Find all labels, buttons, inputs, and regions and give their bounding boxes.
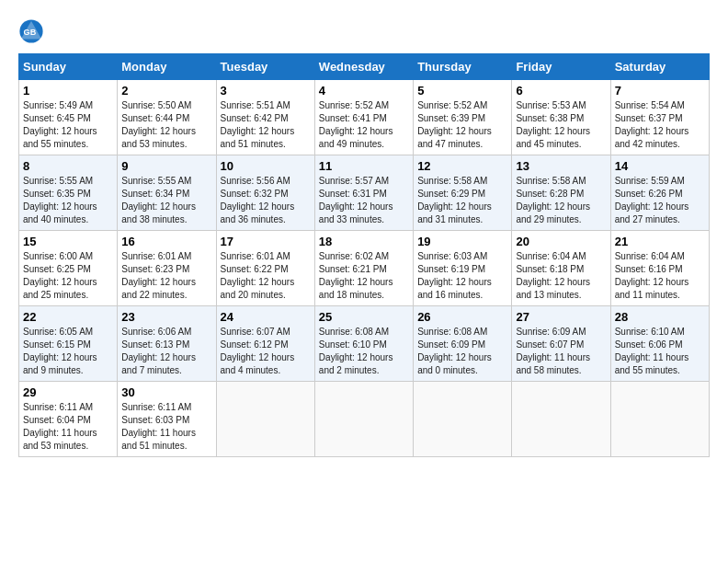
day-number: 15 bbox=[23, 235, 113, 248]
day-number: 17 bbox=[221, 235, 311, 248]
weekday-header-row: SundayMondayTuesdayWednesdayThursdayFrid… bbox=[19, 54, 710, 80]
day-number: 26 bbox=[417, 310, 507, 324]
day-info: Sunrise: 6:09 AM Sunset: 6:07 PM Dayligh… bbox=[516, 326, 606, 377]
day-info: Sunrise: 6:02 AM Sunset: 6:21 PM Dayligh… bbox=[319, 250, 409, 302]
day-info: Sunrise: 6:01 AM Sunset: 6:23 PM Dayligh… bbox=[121, 250, 211, 302]
calendar-cell: 17Sunrise: 6:01 AM Sunset: 6:22 PM Dayli… bbox=[216, 231, 314, 306]
calendar-week-row: 1Sunrise: 5:49 AM Sunset: 6:45 PM Daylig… bbox=[19, 80, 710, 155]
day-number: 5 bbox=[417, 84, 507, 98]
day-number: 27 bbox=[516, 310, 606, 324]
calendar-cell: 3Sunrise: 5:51 AM Sunset: 6:42 PM Daylig… bbox=[216, 80, 314, 155]
day-info: Sunrise: 6:08 AM Sunset: 6:09 PM Dayligh… bbox=[417, 326, 507, 377]
calendar-cell bbox=[512, 382, 610, 457]
day-info: Sunrise: 5:59 AM Sunset: 6:26 PM Dayligh… bbox=[615, 175, 705, 226]
calendar-cell: 19Sunrise: 6:03 AM Sunset: 6:19 PM Dayli… bbox=[414, 231, 512, 306]
weekday-header-wednesday: Wednesday bbox=[314, 54, 413, 80]
day-number: 3 bbox=[221, 84, 311, 98]
calendar-cell: 9Sunrise: 5:55 AM Sunset: 6:34 PM Daylig… bbox=[118, 155, 216, 231]
day-number: 13 bbox=[516, 159, 606, 173]
calendar-cell bbox=[610, 382, 709, 457]
day-number: 2 bbox=[121, 84, 211, 98]
day-info: Sunrise: 6:11 AM Sunset: 6:04 PM Dayligh… bbox=[23, 401, 113, 453]
calendar-table: SundayMondayTuesdayWednesdayThursdayFrid… bbox=[18, 53, 710, 457]
day-info: Sunrise: 5:54 AM Sunset: 6:37 PM Dayligh… bbox=[615, 99, 705, 151]
day-info: Sunrise: 5:56 AM Sunset: 6:32 PM Dayligh… bbox=[221, 175, 311, 226]
calendar-cell: 20Sunrise: 6:04 AM Sunset: 6:18 PM Dayli… bbox=[512, 231, 610, 306]
day-info: Sunrise: 6:10 AM Sunset: 6:06 PM Dayligh… bbox=[615, 326, 705, 377]
day-info: Sunrise: 6:01 AM Sunset: 6:22 PM Dayligh… bbox=[221, 250, 311, 302]
calendar-cell: 13Sunrise: 5:58 AM Sunset: 6:28 PM Dayli… bbox=[512, 155, 610, 231]
calendar-cell: 21Sunrise: 6:04 AM Sunset: 6:16 PM Dayli… bbox=[610, 231, 709, 306]
calendar-cell: 23Sunrise: 6:06 AM Sunset: 6:13 PM Dayli… bbox=[118, 306, 216, 382]
calendar-cell: 27Sunrise: 6:09 AM Sunset: 6:07 PM Dayli… bbox=[512, 306, 610, 382]
day-number: 18 bbox=[319, 235, 409, 248]
calendar-cell bbox=[216, 382, 314, 457]
day-number: 30 bbox=[121, 385, 211, 399]
day-number: 20 bbox=[516, 235, 606, 248]
svg-text:GB: GB bbox=[24, 28, 37, 37]
day-number: 28 bbox=[615, 310, 705, 324]
day-number: 29 bbox=[23, 385, 113, 399]
calendar-week-row: 22Sunrise: 6:05 AM Sunset: 6:15 PM Dayli… bbox=[19, 306, 710, 382]
calendar-cell: 28Sunrise: 6:10 AM Sunset: 6:06 PM Dayli… bbox=[610, 306, 709, 382]
calendar-cell: 24Sunrise: 6:07 AM Sunset: 6:12 PM Dayli… bbox=[216, 306, 314, 382]
day-info: Sunrise: 5:49 AM Sunset: 6:45 PM Dayligh… bbox=[23, 99, 113, 151]
weekday-header-saturday: Saturday bbox=[610, 54, 709, 80]
day-info: Sunrise: 5:58 AM Sunset: 6:29 PM Dayligh… bbox=[417, 175, 507, 226]
calendar-cell: 22Sunrise: 6:05 AM Sunset: 6:15 PM Dayli… bbox=[19, 306, 118, 382]
day-number: 23 bbox=[121, 310, 211, 324]
day-info: Sunrise: 6:05 AM Sunset: 6:15 PM Dayligh… bbox=[23, 326, 113, 377]
calendar-cell: 29Sunrise: 6:11 AM Sunset: 6:04 PM Dayli… bbox=[19, 382, 118, 457]
calendar-cell: 6Sunrise: 5:53 AM Sunset: 6:38 PM Daylig… bbox=[512, 80, 610, 155]
weekday-header-tuesday: Tuesday bbox=[216, 54, 314, 80]
day-number: 9 bbox=[121, 159, 211, 173]
calendar-cell: 18Sunrise: 6:02 AM Sunset: 6:21 PM Dayli… bbox=[314, 231, 413, 306]
day-info: Sunrise: 5:53 AM Sunset: 6:38 PM Dayligh… bbox=[516, 99, 606, 151]
calendar-cell: 1Sunrise: 5:49 AM Sunset: 6:45 PM Daylig… bbox=[19, 80, 118, 155]
day-number: 21 bbox=[615, 235, 705, 248]
day-number: 7 bbox=[615, 84, 705, 98]
weekday-header-sunday: Sunday bbox=[19, 54, 118, 80]
day-info: Sunrise: 6:04 AM Sunset: 6:16 PM Dayligh… bbox=[615, 250, 705, 302]
calendar-week-row: 15Sunrise: 6:00 AM Sunset: 6:25 PM Dayli… bbox=[19, 231, 710, 306]
calendar-week-row: 29Sunrise: 6:11 AM Sunset: 6:04 PM Dayli… bbox=[19, 382, 710, 457]
calendar-cell: 8Sunrise: 5:55 AM Sunset: 6:35 PM Daylig… bbox=[19, 155, 118, 231]
day-info: Sunrise: 5:52 AM Sunset: 6:41 PM Dayligh… bbox=[319, 99, 409, 151]
day-number: 14 bbox=[615, 159, 705, 173]
day-number: 1 bbox=[23, 84, 113, 98]
day-info: Sunrise: 5:55 AM Sunset: 6:34 PM Dayligh… bbox=[121, 175, 211, 226]
day-info: Sunrise: 6:07 AM Sunset: 6:12 PM Dayligh… bbox=[221, 326, 311, 377]
day-number: 10 bbox=[221, 159, 311, 173]
calendar-cell: 25Sunrise: 6:08 AM Sunset: 6:10 PM Dayli… bbox=[314, 306, 413, 382]
day-number: 19 bbox=[417, 235, 507, 248]
day-info: Sunrise: 6:03 AM Sunset: 6:19 PM Dayligh… bbox=[417, 250, 507, 302]
day-number: 11 bbox=[319, 159, 409, 173]
calendar-cell: 30Sunrise: 6:11 AM Sunset: 6:03 PM Dayli… bbox=[118, 382, 216, 457]
day-number: 12 bbox=[417, 159, 507, 173]
day-number: 22 bbox=[23, 310, 113, 324]
logo: GB bbox=[18, 18, 46, 44]
day-number: 24 bbox=[221, 310, 311, 324]
calendar-cell: 14Sunrise: 5:59 AM Sunset: 6:26 PM Dayli… bbox=[610, 155, 709, 231]
day-info: Sunrise: 5:55 AM Sunset: 6:35 PM Dayligh… bbox=[23, 175, 113, 226]
calendar-week-row: 8Sunrise: 5:55 AM Sunset: 6:35 PM Daylig… bbox=[19, 155, 710, 231]
day-info: Sunrise: 6:00 AM Sunset: 6:25 PM Dayligh… bbox=[23, 250, 113, 302]
day-number: 25 bbox=[319, 310, 409, 324]
calendar-cell bbox=[414, 382, 512, 457]
weekday-header-monday: Monday bbox=[118, 54, 216, 80]
day-number: 6 bbox=[516, 84, 606, 98]
calendar-cell: 5Sunrise: 5:52 AM Sunset: 6:39 PM Daylig… bbox=[414, 80, 512, 155]
calendar-cell: 7Sunrise: 5:54 AM Sunset: 6:37 PM Daylig… bbox=[610, 80, 709, 155]
day-info: Sunrise: 5:50 AM Sunset: 6:44 PM Dayligh… bbox=[121, 99, 211, 151]
day-number: 8 bbox=[23, 159, 113, 173]
calendar-cell bbox=[314, 382, 413, 457]
calendar-cell: 15Sunrise: 6:00 AM Sunset: 6:25 PM Dayli… bbox=[19, 231, 118, 306]
day-info: Sunrise: 6:06 AM Sunset: 6:13 PM Dayligh… bbox=[121, 326, 211, 377]
day-info: Sunrise: 5:51 AM Sunset: 6:42 PM Dayligh… bbox=[221, 99, 311, 151]
day-info: Sunrise: 5:52 AM Sunset: 6:39 PM Dayligh… bbox=[417, 99, 507, 151]
calendar-cell: 10Sunrise: 5:56 AM Sunset: 6:32 PM Dayli… bbox=[216, 155, 314, 231]
page-header: GB bbox=[18, 18, 710, 44]
weekday-header-thursday: Thursday bbox=[414, 54, 512, 80]
day-info: Sunrise: 6:08 AM Sunset: 6:10 PM Dayligh… bbox=[319, 326, 409, 377]
day-info: Sunrise: 6:11 AM Sunset: 6:03 PM Dayligh… bbox=[121, 401, 211, 453]
